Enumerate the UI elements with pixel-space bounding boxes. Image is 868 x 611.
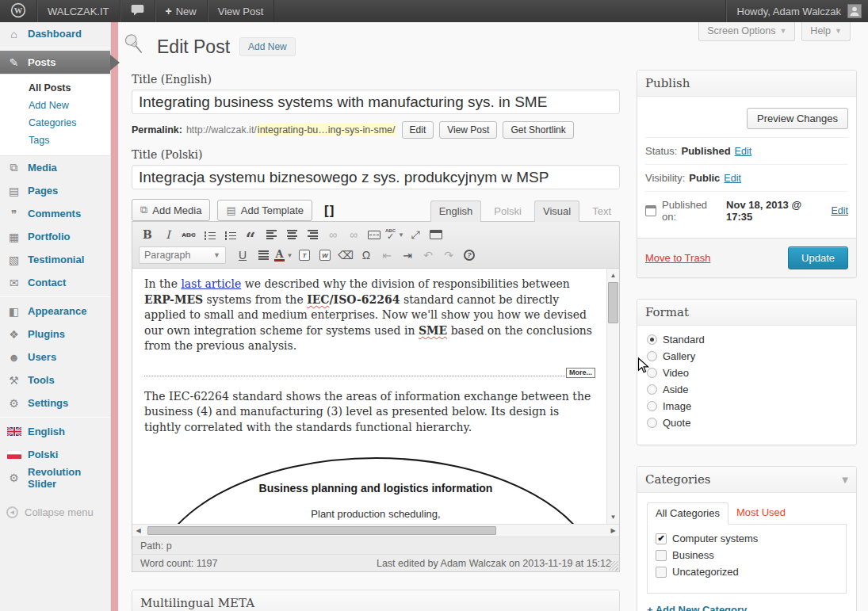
view-post-button[interactable]: View Post [439, 121, 497, 139]
get-shortlink-button[interactable]: Get Shortlink [503, 121, 573, 139]
more-tag-icon[interactable] [365, 226, 384, 243]
bold-icon[interactable]: B [138, 226, 157, 243]
text-color-icon[interactable]: A▼ [274, 246, 293, 264]
paragraph-select[interactable]: Paragraph▼ [139, 246, 226, 264]
submenu-item-add-new[interactable]: Add New [0, 97, 110, 114]
scroll-down-arrow-icon[interactable]: ▼ [607, 511, 619, 523]
most-used-tab[interactable]: Most Used [728, 502, 793, 525]
tab-text[interactable]: Text [583, 200, 620, 222]
align-right-icon[interactable] [303, 226, 322, 243]
editor-vertical-scrollbar[interactable]: ▲ ▼ [606, 269, 619, 524]
site-name-menu[interactable]: WALCZAK.IT [37, 0, 120, 22]
special-char-icon[interactable]: Ω [357, 246, 376, 264]
outdent-icon[interactable]: ⇤ [377, 246, 396, 264]
sidebar-item-tools[interactable]: ⚒Tools [0, 369, 110, 391]
kitchen-sink-icon[interactable] [426, 226, 445, 243]
tab-visual[interactable]: Visual [534, 200, 579, 222]
sidebar-item-english[interactable]: English [0, 420, 110, 443]
italic-icon[interactable]: I [159, 226, 178, 243]
all-categories-tab[interactable]: All Categories [647, 502, 728, 525]
editor-content[interactable]: In the last article we described why the… [132, 269, 619, 524]
sidebar-item-appearance[interactable]: ◧Appearance [0, 300, 110, 323]
editor-resize-grip[interactable] [609, 561, 618, 571]
link-icon[interactable]: ∞ [323, 226, 342, 243]
new-content-menu[interactable]: + New [155, 0, 208, 22]
unlink-icon[interactable]: ∞ [344, 226, 363, 243]
scroll-up-arrow-icon[interactable]: ▲ [607, 269, 619, 281]
indent-icon[interactable]: ⇥ [398, 246, 417, 264]
sidebar-item-polski[interactable]: Polski [0, 443, 110, 466]
undo-icon[interactable]: ↶ [419, 246, 438, 264]
update-button[interactable]: Update [788, 246, 848, 269]
horizontal-scroll-thumb[interactable] [147, 526, 496, 535]
format-option-aside[interactable]: Aside [647, 384, 847, 395]
format-option-quote[interactable]: Quote [647, 417, 847, 429]
radio-button[interactable] [647, 368, 657, 378]
scroll-left-arrow-icon[interactable]: ◀ [132, 525, 144, 537]
numbered-list-icon[interactable] [220, 226, 239, 243]
comments-menu[interactable] [120, 0, 155, 22]
publish-box-header[interactable]: Publish [637, 71, 856, 97]
help-icon[interactable]: ? [460, 246, 479, 264]
checkbox-unchecked[interactable] [656, 567, 667, 578]
screen-options-tab[interactable]: Screen Options ▼ [698, 22, 795, 41]
scroll-right-arrow-icon[interactable]: ▶ [607, 525, 619, 537]
permalink-slug[interactable]: integrating-bu…ing-sys-in-sme/ [257, 124, 396, 136]
add-new-category-link[interactable]: + Add New Category [647, 604, 747, 611]
sidebar-item-comments[interactable]: ❞Comments [0, 202, 110, 225]
paste-word-icon[interactable]: W [315, 246, 335, 264]
wordpress-logo-menu[interactable]: W [0, 0, 37, 22]
add-new-button[interactable]: Add New [239, 37, 296, 56]
sidebar-item-settings[interactable]: ⚙Settings [0, 391, 110, 414]
edit-status-link[interactable]: Edit [735, 146, 752, 157]
underline-icon[interactable]: U [233, 246, 252, 264]
submenu-item-tags[interactable]: Tags [0, 132, 110, 149]
content-link[interactable]: last article [181, 277, 241, 290]
bullet-list-icon[interactable] [200, 226, 219, 243]
blockquote-icon[interactable]: “ [241, 226, 260, 243]
align-left-icon[interactable] [262, 226, 281, 243]
radio-button-selected[interactable] [647, 334, 657, 345]
radio-button[interactable] [647, 384, 657, 395]
sidebar-item-contact[interactable]: ✉Contact [0, 271, 110, 294]
sidebar-item-portfolio[interactable]: ▦Portfolio [0, 225, 110, 248]
category-item-business[interactable]: Business [656, 549, 838, 561]
tab-polski[interactable]: Polski [485, 200, 530, 222]
vertical-scroll-thumb[interactable] [608, 282, 618, 323]
sidebar-item-testimonial[interactable]: ▧Testimonial [0, 248, 110, 271]
sidebar-item-revolution-slider[interactable]: ⚙Revolution Slider [0, 466, 110, 489]
edit-date-link[interactable]: Edit [831, 205, 848, 216]
strikethrough-icon[interactable]: ABC [179, 226, 198, 243]
title-polski-input[interactable] [132, 165, 620, 189]
categories-box-header[interactable]: Categories ▼ [637, 467, 856, 493]
submenu-item-all-posts[interactable]: All Posts [0, 79, 110, 97]
tab-english[interactable]: English [430, 200, 482, 222]
collapse-menu-button[interactable]: ◄ Collapse menu [0, 502, 110, 523]
checkbox-checked[interactable]: ✔ [656, 533, 667, 544]
collapse-box-arrow-icon[interactable]: ▼ [842, 475, 848, 484]
format-option-gallery[interactable]: Gallery [647, 350, 847, 362]
format-option-standard[interactable]: Standard [647, 334, 847, 346]
align-center-icon[interactable] [282, 226, 301, 243]
fullscreen-icon[interactable]: ⤢ [406, 226, 425, 243]
radio-button[interactable] [647, 351, 657, 361]
add-media-button[interactable]: ⧉ Add Media [132, 199, 210, 221]
shortcode-button[interactable]: [] [319, 203, 339, 221]
sidebar-item-dashboard[interactable]: ⌂Dashboard [0, 22, 110, 45]
spellcheck-icon[interactable]: ABC✓▼ [385, 226, 404, 243]
category-item-uncategorized[interactable]: Uncategorized [656, 566, 838, 578]
checkbox-unchecked[interactable] [656, 550, 667, 561]
title-english-input[interactable] [132, 90, 620, 114]
format-option-image[interactable]: Image [647, 400, 847, 412]
radio-button[interactable] [647, 418, 657, 428]
move-to-trash-link[interactable]: Move to Trash [645, 252, 710, 264]
sidebar-item-users[interactable]: ☻Users [0, 346, 110, 369]
edit-visibility-link[interactable]: Edit [724, 173, 741, 184]
format-option-video[interactable]: Video [647, 367, 847, 379]
help-tab[interactable]: Help ▼ [801, 22, 851, 41]
category-item-computer-systems[interactable]: ✔Computer systems [656, 533, 838, 544]
redo-icon[interactable]: ↷ [439, 246, 458, 264]
account-menu[interactable]: Howdy, Adam Walczak [725, 0, 868, 22]
justify-icon[interactable] [254, 246, 273, 264]
submenu-item-categories[interactable]: Categories [0, 114, 110, 132]
